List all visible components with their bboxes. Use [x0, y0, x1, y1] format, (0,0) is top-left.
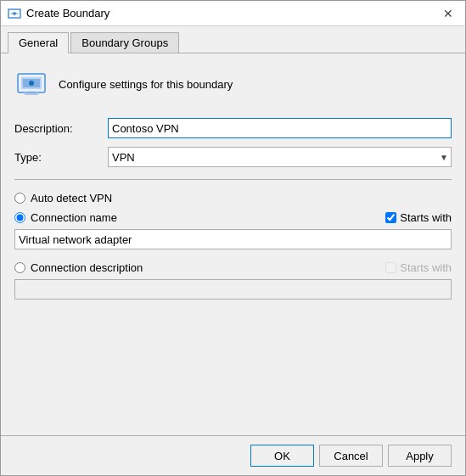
starts-with-desc-checkbox[interactable]: [385, 262, 396, 273]
configure-text: Configure settings for this boundary: [59, 78, 233, 91]
connection-desc-header-row: Connection description Starts with: [14, 261, 452, 274]
boundary-icon: [14, 67, 48, 101]
tab-bar: General Boundary Groups: [1, 26, 465, 53]
auto-detect-radio[interactable]: [14, 193, 25, 204]
connection-desc-radio[interactable]: [14, 262, 25, 273]
create-boundary-dialog: Create Boundary ✕ General Boundary Group…: [0, 0, 466, 476]
svg-point-8: [29, 81, 34, 86]
ok-button[interactable]: OK: [250, 445, 314, 467]
tab-general[interactable]: General: [8, 32, 69, 53]
type-select-wrapper: VPN IP range Active Directory site IPv6 …: [108, 147, 452, 167]
auto-detect-row: Auto detect VPN: [14, 192, 452, 204]
tab-content: Configure settings for this boundary Des…: [1, 53, 465, 435]
connection-name-left: Connection name: [14, 211, 117, 224]
description-label: Description:: [14, 122, 108, 135]
cancel-button[interactable]: Cancel: [319, 445, 383, 467]
connection-name-radio[interactable]: [14, 212, 25, 223]
connection-name-header-row: Connection name Starts with: [14, 211, 452, 224]
svg-rect-7: [25, 92, 38, 95]
svg-point-2: [13, 12, 16, 15]
starts-with-checkbox[interactable]: [385, 212, 396, 223]
description-row: Description:: [14, 118, 452, 138]
close-button[interactable]: ✕: [438, 3, 458, 24]
connection-name-label[interactable]: Connection name: [31, 211, 117, 224]
type-row: Type: VPN IP range Active Directory site…: [14, 147, 452, 167]
starts-with-label[interactable]: Starts with: [400, 211, 452, 224]
description-input[interactable]: [108, 118, 452, 138]
auto-detect-label[interactable]: Auto detect VPN: [31, 192, 112, 204]
type-select[interactable]: VPN IP range Active Directory site IPv6 …: [108, 147, 452, 167]
tab-boundary-groups[interactable]: Boundary Groups: [70, 32, 179, 53]
footer: OK Cancel Apply: [1, 435, 465, 475]
connection-desc-left: Connection description: [14, 261, 143, 274]
connection-name-input[interactable]: [14, 229, 452, 249]
separator: [14, 179, 452, 180]
dialog-title: Create Boundary: [26, 7, 109, 20]
title-bar-left: Create Boundary: [8, 7, 109, 20]
starts-with-desc-label: Starts with: [400, 261, 452, 274]
connection-desc-input[interactable]: [14, 279, 452, 300]
dialog-icon: [8, 7, 21, 20]
starts-with-disabled-wrapper: Starts with: [385, 261, 452, 274]
header-row: Configure settings for this boundary: [14, 67, 452, 101]
type-label: Type:: [14, 151, 108, 164]
connection-desc-label[interactable]: Connection description: [31, 261, 143, 274]
apply-button[interactable]: Apply: [388, 445, 452, 467]
starts-with-wrapper: Starts with: [385, 211, 452, 224]
title-bar: Create Boundary ✕: [1, 1, 465, 26]
